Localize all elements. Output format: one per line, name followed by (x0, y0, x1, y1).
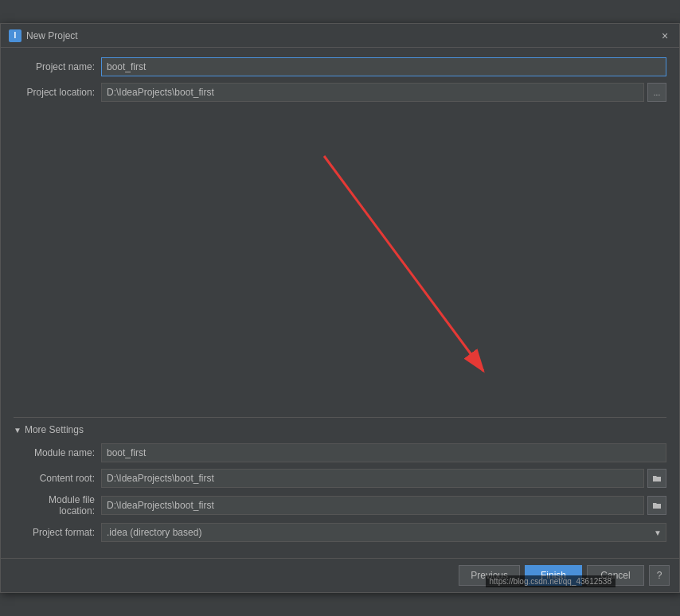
content-root-label: Content root: (14, 473, 101, 484)
module-name-label: Module name: (14, 447, 101, 458)
module-name-input-container (101, 443, 666, 462)
new-project-dialog: I New Project × Project name: Project lo… (0, 23, 680, 593)
module-file-location-browse-button[interactable] (647, 496, 666, 515)
dialog-content: Project name: Project location: ... (1, 48, 679, 558)
module-file-location-row: Module file location: (14, 494, 666, 517)
project-format-label: Project format: (14, 527, 101, 538)
folder-icon-2 (652, 501, 662, 509)
title-bar: I New Project × (1, 24, 679, 48)
content-root-browse-button[interactable] (647, 469, 666, 488)
module-file-location-input[interactable] (101, 496, 644, 515)
module-file-location-input-container (101, 496, 666, 515)
help-button[interactable]: ? (649, 565, 670, 586)
project-name-label: Project name: (14, 61, 101, 72)
project-name-input[interactable] (101, 57, 666, 76)
module-name-row: Module name: (14, 443, 666, 462)
project-format-select-container: .idea (directory based) ▼ (101, 523, 666, 542)
module-name-input[interactable] (101, 443, 666, 462)
dialog-footer: Previous Finish Cancel ? https://blog.cs… (1, 558, 679, 592)
project-format-select[interactable]: .idea (directory based) (101, 523, 666, 542)
module-file-location-label: Module file location: (14, 494, 101, 517)
svg-line-1 (324, 156, 483, 371)
folder-icon (652, 474, 662, 482)
content-root-row: Content root: (14, 469, 666, 488)
title-bar-left: I New Project (9, 29, 78, 42)
close-button[interactable]: × (659, 29, 671, 42)
project-location-input[interactable] (101, 83, 644, 102)
more-settings-section: ▼ More Settings Module name: Content roo… (14, 417, 666, 542)
middle-area (14, 108, 666, 411)
project-location-browse-button[interactable]: ... (647, 83, 666, 102)
dialog-title: New Project (26, 30, 78, 41)
project-name-row: Project name: (14, 57, 666, 76)
more-settings-header[interactable]: ▼ More Settings (14, 424, 666, 435)
more-settings-label: More Settings (25, 424, 84, 435)
project-location-label: Project location: (14, 87, 101, 98)
project-location-input-container: ... (101, 83, 666, 102)
watermark: https://blog.csdn.net/qq_43612538 (486, 575, 616, 587)
app-icon: I (9, 29, 21, 42)
project-format-row: Project format: .idea (directory based) … (14, 523, 666, 542)
project-format-select-wrapper: .idea (directory based) ▼ (101, 523, 666, 542)
project-location-row: Project location: ... (14, 83, 666, 102)
content-root-input-container (101, 469, 666, 488)
content-root-input[interactable] (101, 469, 644, 488)
collapse-icon: ▼ (14, 426, 21, 435)
arrow-annotation (14, 108, 666, 411)
project-name-input-container (101, 57, 666, 76)
